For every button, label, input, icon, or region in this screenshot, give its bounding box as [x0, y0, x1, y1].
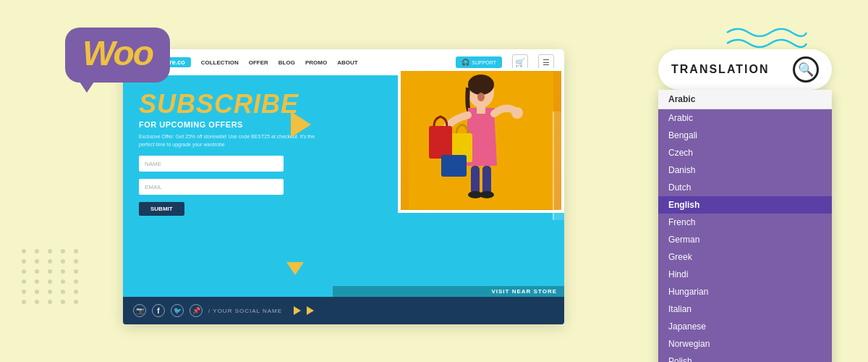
svg-point-13 [474, 89, 478, 93]
lang-english[interactable]: English [658, 196, 832, 214]
svg-rect-3 [477, 106, 485, 114]
svg-point-14 [484, 89, 488, 93]
store-left-panel: SUBSCRIBE FOR UPCOMING OFFERS Exclusive … [123, 75, 333, 297]
deals-sidebar: DEALS & DISCOUNT [553, 111, 564, 220]
email-field[interactable]: EMAIL [139, 179, 284, 195]
lang-arabic[interactable]: Arabic [658, 109, 832, 127]
lang-dutch[interactable]: Dutch [658, 179, 832, 196]
lang-norwegian[interactable]: Norwegian [658, 335, 832, 353]
social-name-label: / YOUR SOCIAL NAME [208, 308, 282, 314]
nav-about[interactable]: ABOUT [337, 59, 357, 66]
nav-collection[interactable]: COLLECTION [201, 59, 239, 66]
svg-rect-9 [482, 166, 491, 195]
shopping-image [398, 68, 564, 213]
svg-point-4 [511, 107, 523, 119]
svg-rect-8 [471, 166, 480, 195]
nav-blog[interactable]: BLOG [278, 59, 295, 66]
facebook-icon[interactable]: f [152, 304, 165, 317]
nav-offer[interactable]: OFFER [249, 59, 268, 66]
language-header: Arabic [658, 90, 832, 109]
lang-french[interactable]: French [658, 214, 832, 231]
svg-rect-5 [429, 126, 452, 159]
footer-triangle-2 [307, 306, 314, 315]
triangle-down-decoration [286, 262, 304, 275]
lang-danish[interactable]: Danish [658, 161, 832, 179]
translation-panel: TRANSLATION 🔍 Arabic Arabic Bengali Czec… [658, 49, 832, 362]
name-field[interactable]: NAME [139, 156, 284, 172]
pinterest-icon[interactable]: 📌 [190, 304, 203, 317]
submit-button[interactable]: SUBMIT [139, 202, 184, 216]
language-dropdown: Arabic Arabic Bengali Czech Danish Dutch… [658, 90, 832, 362]
instagram-icon[interactable]: 📷 [133, 304, 146, 317]
svg-rect-7 [441, 155, 467, 177]
lang-bengali[interactable]: Bengali [658, 127, 832, 144]
svg-point-11 [480, 191, 494, 198]
store-mockup: SALE Store.co COLLECTION OFFER BLOG PROM… [123, 49, 564, 324]
visit-store-bar: VISIT NEAR STORE [333, 286, 564, 297]
dots-decoration [22, 249, 81, 304]
woo-logo-text: Woo [82, 36, 153, 71]
lang-czech[interactable]: Czech [658, 144, 832, 161]
footer-triangle-1 [294, 306, 301, 315]
translation-label: TRANSLATION [671, 63, 769, 76]
deals-text: DEALS & DISCOUNT [561, 129, 565, 202]
lang-german[interactable]: German [658, 231, 832, 248]
svg-point-12 [477, 93, 485, 101]
translation-search-bar[interactable]: TRANSLATION 🔍 [658, 49, 832, 90]
lang-italian[interactable]: Italian [658, 300, 832, 318]
store-right-panel: DEALS & DISCOUNT VISIT NEAR STORE [333, 75, 564, 297]
nav-promo[interactable]: PROMO [305, 59, 327, 66]
lang-hungarian[interactable]: Hungarian [658, 283, 832, 300]
lang-hindi[interactable]: Hindi [658, 266, 832, 283]
lang-polish[interactable]: Polish [658, 353, 832, 362]
headset-icon: 🎧 [461, 59, 469, 66]
triangle-right-decoration [291, 111, 311, 138]
svg-point-2 [468, 75, 494, 95]
store-content: SUBSCRIBE FOR UPCOMING OFFERS Exclusive … [123, 75, 564, 297]
footer-triangles [294, 306, 314, 315]
twitter-icon[interactable]: 🐦 [171, 304, 184, 317]
woo-logo-bubble: Woo [65, 28, 170, 83]
lang-japanese[interactable]: Japanese [658, 318, 832, 335]
store-footer: 📷 f 🐦 📌 / YOUR SOCIAL NAME [123, 297, 564, 324]
lang-greek[interactable]: Greek [658, 248, 832, 266]
search-icon[interactable]: 🔍 [793, 56, 819, 83]
shopping-figure [401, 71, 561, 210]
support-button[interactable]: 🎧 SUPPORT [456, 56, 502, 68]
